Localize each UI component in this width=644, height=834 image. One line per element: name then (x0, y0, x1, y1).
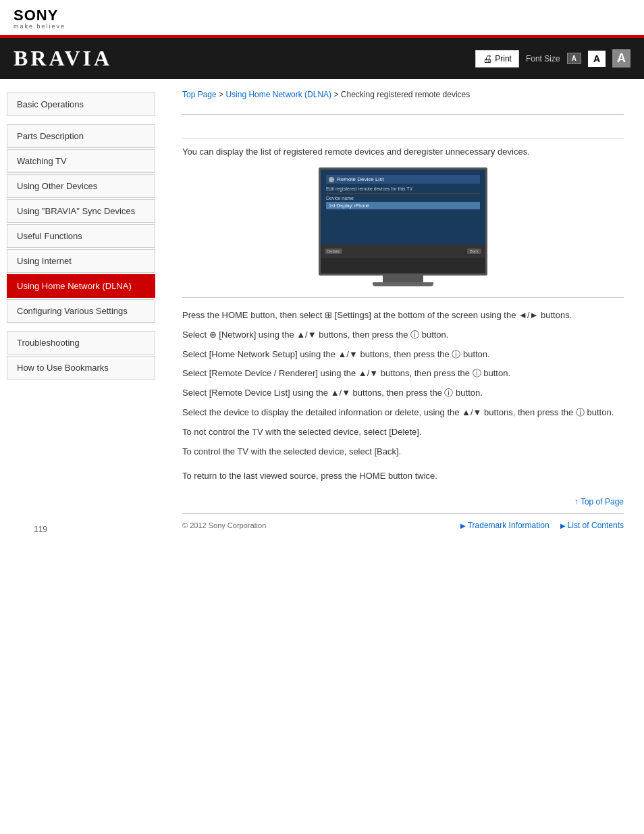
top-of-page-link[interactable]: Top of Page (581, 497, 624, 506)
print-button[interactable]: 🖨 Print (475, 50, 519, 68)
breadcrumb-dlna-link[interactable]: Using Home Network (DLNA) (225, 90, 331, 99)
top-of-page: ↑ Top of Page (182, 497, 624, 506)
screen-bottom-bar: Details Back (321, 244, 485, 258)
bravia-controls: 🖨 Print Font Size A A A (475, 49, 630, 68)
instruction-7: To not control the TV with the selected … (182, 425, 624, 440)
contents-label: List of Contents (568, 521, 624, 530)
screen-inner: Remote Device List Edit registered remot… (321, 170, 485, 258)
font-size-medium-button[interactable]: A (588, 51, 606, 67)
footer: © 2012 Sony Corporation ▶ Trademark Info… (182, 513, 624, 534)
sidebar-item-bravia-sync[interactable]: Using "BRAVIA" Sync Devices (7, 199, 155, 223)
device-base (373, 282, 433, 286)
screen-details-btn: Details (325, 249, 342, 254)
screen-device-item: 1st Display: iPhone (326, 202, 480, 209)
trademark-arrow-icon: ▶ (460, 522, 466, 529)
instruction-2: Select ⊕ [Network] using the ▲/▼ buttons… (182, 328, 624, 342)
footer-links: ▶ Trademark Information ▶ List of Conten… (460, 521, 624, 530)
font-size-large-button[interactable]: A (612, 49, 630, 68)
screen-title: Remote Device List (337, 176, 383, 182)
breadcrumb-current: Checking registered remote devices (341, 90, 470, 99)
intro-text: You can display the list of registered r… (182, 147, 624, 157)
sidebar-item-watching-tv[interactable]: Watching TV (7, 149, 155, 173)
screen-back-btn: Back (467, 249, 481, 254)
contents-link[interactable]: ▶ List of Contents (560, 521, 624, 530)
top-separator (182, 114, 624, 115)
return-text: To return to the last viewed source, pre… (182, 469, 624, 484)
sidebar-item-using-other-devices[interactable]: Using Other Devices (7, 174, 155, 198)
sony-logo: SONY (14, 8, 630, 23)
breadcrumb: Top Page > Using Home Network (DLNA) > C… (182, 86, 624, 103)
breadcrumb-top-link[interactable]: Top Page (182, 90, 217, 99)
device-mockup: Remote Device List Edit registered remot… (319, 167, 487, 286)
sidebar-item-troubleshooting[interactable]: Troubleshooting (7, 331, 155, 355)
print-label: Print (495, 54, 512, 63)
second-separator (182, 138, 624, 138)
font-size-small-button[interactable]: A (567, 53, 581, 64)
instruction-1: Press the HOME button, then select ⊞ [Se… (182, 309, 624, 323)
instruction-5: Select [Remote Device List] using the ▲/… (182, 386, 624, 400)
screen-field-label: Device name (326, 196, 480, 201)
copyright: © 2012 Sony Corporation (182, 521, 266, 529)
screen-title-bar: Remote Device List (326, 175, 480, 184)
instruction-8: To control the TV with the selected devi… (182, 445, 624, 459)
instruction-3: Select [Home Network Setup] using the ▲/… (182, 348, 624, 362)
screen-divider (326, 193, 480, 194)
top-arrow-icon: ↑ (574, 497, 581, 506)
breadcrumb-sep1: > (219, 90, 225, 99)
sony-tagline: make.believe (14, 23, 630, 30)
breadcrumb-sep2: > (333, 90, 340, 99)
screen-icon (329, 177, 334, 182)
device-stand (383, 276, 423, 282)
trademark-label: Trademark Information (468, 521, 549, 530)
instruction-6: Select the device to display the detaile… (182, 406, 624, 420)
device-image-container: Remote Device List Edit registered remot… (182, 167, 624, 286)
sidebar-item-using-internet[interactable]: Using Internet (7, 249, 155, 273)
font-size-label: Font Size (526, 54, 560, 63)
sidebar-item-bookmarks[interactable]: How to Use Bookmarks (7, 356, 155, 380)
print-icon: 🖨 (483, 53, 492, 64)
sidebar-item-useful-functions[interactable]: Useful Functions (7, 224, 155, 248)
sidebar: Basic Operations Parts Description Watch… (0, 79, 162, 548)
contents-arrow-icon: ▶ (560, 522, 566, 529)
sidebar-item-basic-operations[interactable]: Basic Operations (7, 93, 155, 116)
content-area: Top Page > Using Home Network (DLNA) > C… (162, 79, 644, 548)
trademark-link[interactable]: ▶ Trademark Information (460, 521, 549, 530)
instruction-4: Select [Remote Device / Renderer] using … (182, 367, 624, 381)
bravia-header: BRAVIA 🖨 Print Font Size A A A (0, 35, 644, 79)
logo-area: SONY make.believe (0, 0, 644, 35)
instructions: Press the HOME button, then select ⊞ [Se… (182, 309, 624, 459)
device-screen: Remote Device List Edit registered remot… (319, 167, 487, 276)
page-number: 119 (34, 525, 47, 534)
sidebar-item-home-network[interactable]: Using Home Network (DLNA) (7, 274, 155, 298)
sidebar-item-parts-description[interactable]: Parts Description (7, 124, 155, 148)
screen-subtitle: Edit registered remote devices for this … (326, 186, 480, 191)
content-separator (182, 297, 624, 298)
sidebar-item-configuring-settings[interactable]: Configuring Various Settings (7, 299, 155, 323)
main-layout: Basic Operations Parts Description Watch… (0, 79, 644, 548)
bravia-title: BRAVIA (14, 46, 112, 71)
